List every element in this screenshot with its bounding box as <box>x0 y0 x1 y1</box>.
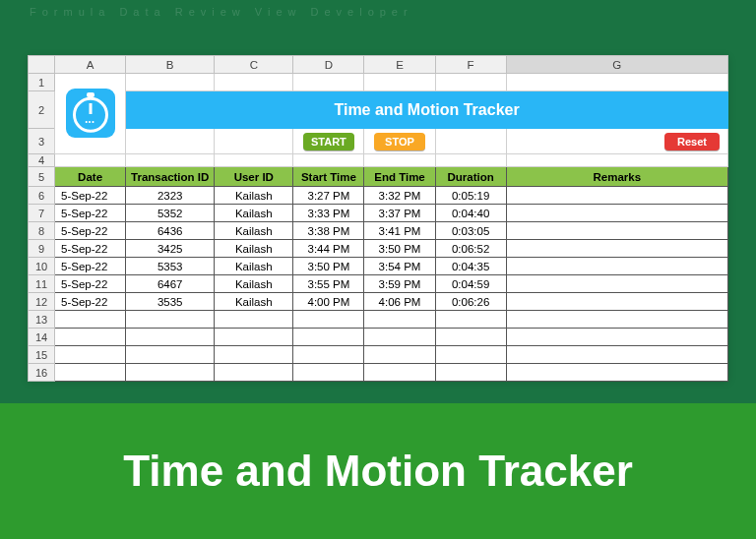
col-header-e[interactable]: E <box>364 56 435 74</box>
row-header-9[interactable]: 9 <box>29 240 55 258</box>
cell-dur-11[interactable]: 0:04:59 <box>435 275 506 293</box>
cell-g14[interactable] <box>506 329 727 346</box>
hdr-stime[interactable]: Start Time <box>293 167 364 187</box>
row-header-12[interactable]: 12 <box>29 293 55 311</box>
cell-g16[interactable] <box>506 364 727 382</box>
cell-user-8[interactable]: Kailash <box>215 222 293 240</box>
cell-dur-6[interactable]: 0:05:19 <box>435 187 506 205</box>
cell-etime-6[interactable]: 3:32 PM <box>364 187 435 205</box>
cell-b16[interactable] <box>126 364 215 382</box>
cell-stime-10[interactable]: 3:50 PM <box>293 258 364 275</box>
cell-b1[interactable] <box>126 74 215 91</box>
cell-b13[interactable] <box>126 311 215 329</box>
cell-a15[interactable] <box>55 346 126 364</box>
cell-dur-10[interactable]: 0:04:35 <box>435 258 506 275</box>
cell-f15[interactable] <box>435 346 506 364</box>
cell-remarks-12[interactable] <box>506 293 727 311</box>
cell-b14[interactable] <box>126 329 215 346</box>
cell-date-11[interactable]: 5-Sep-22 <box>55 275 126 293</box>
cell-stime-8[interactable]: 3:38 PM <box>293 222 364 240</box>
cell-txid-6[interactable]: 2323 <box>126 187 215 205</box>
col-header-g[interactable]: G <box>506 56 727 74</box>
cell-g13[interactable] <box>506 311 727 329</box>
cell-user-10[interactable]: Kailash <box>215 258 293 275</box>
cell-stime-7[interactable]: 3:33 PM <box>293 205 364 222</box>
cell-g15[interactable] <box>506 346 727 364</box>
cell-stime-11[interactable]: 3:55 PM <box>293 275 364 293</box>
hdr-user[interactable]: User ID <box>215 167 293 187</box>
hdr-etime[interactable]: End Time <box>364 167 435 187</box>
cell-user-11[interactable]: Kailash <box>215 275 293 293</box>
cell-etime-10[interactable]: 3:54 PM <box>364 258 435 275</box>
cell-b15[interactable] <box>126 346 215 364</box>
cell-user-9[interactable]: Kailash <box>215 240 293 258</box>
cell-f14[interactable] <box>435 329 506 346</box>
cell-e4[interactable] <box>364 154 435 167</box>
cell-date-9[interactable]: 5-Sep-22 <box>55 240 126 258</box>
cell-d4[interactable] <box>293 154 364 167</box>
cell-date-12[interactable]: 5-Sep-22 <box>55 293 126 311</box>
select-all-corner[interactable] <box>29 56 55 74</box>
cell-user-7[interactable]: Kailash <box>215 205 293 222</box>
cell-remarks-11[interactable] <box>506 275 727 293</box>
cell-date-8[interactable]: 5-Sep-22 <box>55 222 126 240</box>
row-header-11[interactable]: 11 <box>29 275 55 293</box>
row-header-5[interactable]: 5 <box>29 167 55 187</box>
cell-f1[interactable] <box>435 74 506 91</box>
cell-e16[interactable] <box>364 364 435 382</box>
cell-a14[interactable] <box>55 329 126 346</box>
row-header-15[interactable]: 15 <box>29 346 55 364</box>
cell-c13[interactable] <box>215 311 293 329</box>
cell-dur-8[interactable]: 0:03:05 <box>435 222 506 240</box>
cell-dur-7[interactable]: 0:04:40 <box>435 205 506 222</box>
cell-e13[interactable] <box>364 311 435 329</box>
cell-etime-8[interactable]: 3:41 PM <box>364 222 435 240</box>
row-header-10[interactable]: 10 <box>29 258 55 275</box>
cell-d16[interactable] <box>293 364 364 382</box>
cell-e1[interactable] <box>364 74 435 91</box>
row-header-14[interactable]: 14 <box>29 329 55 346</box>
row-header-1[interactable]: 1 <box>29 74 55 91</box>
cell-f16[interactable] <box>435 364 506 382</box>
row-header-8[interactable]: 8 <box>29 222 55 240</box>
reset-button[interactable]: Reset <box>664 133 720 150</box>
col-header-c[interactable]: C <box>215 56 293 74</box>
cell-date-10[interactable]: 5-Sep-22 <box>55 258 126 275</box>
cell-stime-9[interactable]: 3:44 PM <box>293 240 364 258</box>
cell-stime-6[interactable]: 3:27 PM <box>293 187 364 205</box>
row-header-4[interactable]: 4 <box>29 154 55 167</box>
cell-d1[interactable] <box>293 74 364 91</box>
col-header-a[interactable]: A <box>55 56 126 74</box>
cell-etime-9[interactable]: 3:50 PM <box>364 240 435 258</box>
cell-d13[interactable] <box>293 311 364 329</box>
cell-f13[interactable] <box>435 311 506 329</box>
cell-a13[interactable] <box>55 311 126 329</box>
cell-txid-9[interactable]: 3425 <box>126 240 215 258</box>
cell-f3[interactable] <box>435 129 506 154</box>
hdr-txid[interactable]: Transaction ID <box>126 167 215 187</box>
cell-e15[interactable] <box>364 346 435 364</box>
cell-txid-7[interactable]: 5352 <box>126 205 215 222</box>
cell-g4[interactable] <box>506 154 727 167</box>
row-header-7[interactable]: 7 <box>29 205 55 222</box>
cell-date-7[interactable]: 5-Sep-22 <box>55 205 126 222</box>
cell-remarks-6[interactable] <box>506 187 727 205</box>
cell-date-6[interactable]: 5-Sep-22 <box>55 187 126 205</box>
cell-remarks-9[interactable] <box>506 240 727 258</box>
cell-e14[interactable] <box>364 329 435 346</box>
row-header-6[interactable]: 6 <box>29 187 55 205</box>
cell-c15[interactable] <box>215 346 293 364</box>
col-header-d[interactable]: D <box>293 56 364 74</box>
cell-c16[interactable] <box>215 364 293 382</box>
cell-c4[interactable] <box>215 154 293 167</box>
col-header-b[interactable]: B <box>126 56 215 74</box>
cell-txid-12[interactable]: 3535 <box>126 293 215 311</box>
cell-f4[interactable] <box>435 154 506 167</box>
cell-remarks-7[interactable] <box>506 205 727 222</box>
cell-txid-11[interactable]: 6467 <box>126 275 215 293</box>
cell-b4[interactable] <box>126 154 215 167</box>
cell-etime-7[interactable]: 3:37 PM <box>364 205 435 222</box>
cell-d14[interactable] <box>293 329 364 346</box>
cell-c3[interactable] <box>215 129 293 154</box>
cell-etime-12[interactable]: 4:06 PM <box>364 293 435 311</box>
